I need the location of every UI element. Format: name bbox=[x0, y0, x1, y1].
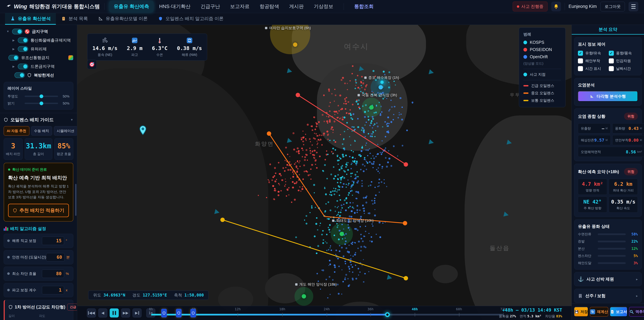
nav-reports[interactable]: 보고자료 bbox=[226, 1, 254, 12]
tab-spread-analysis[interactable]: 유출유 확산분석 bbox=[5, 13, 56, 25]
checkbox-datetime[interactable]: 날짜시간 bbox=[609, 66, 638, 71]
site-marker[interactable] bbox=[369, 105, 374, 110]
layer-toggle[interactable] bbox=[8, 55, 19, 61]
stat-avg-eff: 85%평균 효율 bbox=[54, 138, 73, 160]
nav-oil-spread[interactable]: 유출유 확산예측 bbox=[109, 1, 154, 12]
city-label: 여수시 bbox=[344, 42, 369, 52]
layer-item-drone-ban[interactable]: ▶ 드론금지구역 bbox=[4, 62, 73, 71]
mode-ai-recommend[interactable]: AI 자동 추천 bbox=[4, 126, 29, 136]
layer-toggle[interactable] bbox=[18, 46, 28, 52]
layer-group-restricted[interactable]: ▼ 금지구역 bbox=[4, 27, 73, 36]
timeline-tick-label: 60h bbox=[456, 307, 462, 311]
sidebar-scrollbar[interactable] bbox=[75, 184, 76, 216]
layer-toggle[interactable] bbox=[18, 38, 28, 43]
layer-toggle[interactable] bbox=[12, 29, 22, 34]
map-canvas[interactable]: 여수시화양면돌산읍우두리 여자만 습지보호구역 (6h)종포 해수욕장 (1h)… bbox=[77, 25, 572, 320]
site-marker[interactable] bbox=[340, 232, 344, 236]
caret-right-icon[interactable]: ▶ bbox=[12, 39, 16, 42]
checkbox-sensitive[interactable]: 민감자원 bbox=[609, 58, 638, 64]
owner-insurance-section[interactable]: 선주 / 보험▸ bbox=[574, 289, 642, 303]
layer-item-sox[interactable]: ▶ 황산화물배출규제지역 bbox=[4, 36, 73, 45]
nav-aerial[interactable]: 항공탐색 bbox=[255, 1, 284, 12]
setting-value-input[interactable]: 80 bbox=[42, 269, 64, 278]
opacity-slider[interactable] bbox=[25, 96, 58, 97]
setting-value-input[interactable]: 60 bbox=[46, 253, 64, 261]
save-button[interactable]: 저장 bbox=[574, 307, 588, 317]
setting-value-input[interactable]: 1 bbox=[42, 286, 64, 294]
fence-mode-buttons: AI 자동 추천 수동 배치 시뮬레이션 초기화 bbox=[4, 126, 73, 136]
layer-item-dispersant[interactable]: ▶ 유처리제 bbox=[4, 45, 73, 53]
nav-board[interactable]: 게시판 bbox=[285, 1, 308, 12]
flask-icon bbox=[10, 16, 16, 21]
skip-start-button[interactable]: ◀◀ bbox=[87, 308, 96, 317]
nav-hns[interactable]: HNS·대기확산 bbox=[155, 1, 195, 12]
wave-icon bbox=[127, 37, 142, 44]
layer-toggle[interactable] bbox=[14, 72, 25, 78]
site-marker[interactable] bbox=[378, 85, 383, 89]
ship-spec-section[interactable]: ⚓ 사고 선박 제원▸ bbox=[574, 272, 642, 286]
timeline-marker[interactable] bbox=[385, 312, 390, 317]
caret-right-icon[interactable]: ▶ bbox=[12, 47, 16, 51]
layer-label: 황산화물배출규제지역 bbox=[30, 38, 71, 43]
layer-toggle[interactable] bbox=[18, 64, 28, 69]
map-legend: 범례 KOSPS POSEIDON OpenDrift (앙상블 모드) 사고 … bbox=[519, 28, 566, 107]
nav-rescue[interactable]: 긴급구난 bbox=[196, 1, 224, 12]
incident-point-marker[interactable] bbox=[380, 80, 384, 85]
target-tool-button[interactable] bbox=[87, 60, 96, 69]
report-button[interactable]: 보고서 bbox=[610, 307, 628, 317]
menu-button[interactable] bbox=[628, 2, 638, 12]
nav-integrated-search[interactable]: 통합조회 bbox=[350, 1, 378, 12]
nav-weather[interactable]: 기상정보 bbox=[310, 1, 338, 12]
checkbox-time[interactable]: 시간 표시 bbox=[578, 66, 607, 71]
backtrack-button[interactable]: 역추적 bbox=[629, 307, 644, 317]
checkbox-coastal[interactable]: 해안부착 bbox=[578, 58, 607, 64]
setting-value-input[interactable]: 15 bbox=[42, 237, 64, 245]
fence-deploy-marker[interactable] bbox=[190, 309, 196, 317]
fence-deploy-marker[interactable] bbox=[176, 309, 182, 317]
fence-deploy-marker[interactable] bbox=[161, 309, 167, 317]
recalculate-button[interactable]: ↻ 재계산 bbox=[590, 307, 608, 317]
header-right: 사고 진행중 Eunjeong Kim 로그아웃 bbox=[513, 2, 638, 12]
weather-wind: 14.6 m/s풍속 (NE) bbox=[92, 37, 118, 57]
pause-button[interactable] bbox=[110, 308, 119, 317]
site-marker[interactable] bbox=[293, 43, 297, 47]
forecast-summary-card: 확산 예측 요약 (+18h)위험 4.7 km²영향 면적 6.2 km최대 … bbox=[574, 164, 642, 217]
layer-item-tanker-ban[interactable]: 유조선통행금지 bbox=[4, 53, 73, 62]
checkbox-wind[interactable]: ✓풍향/풍속 bbox=[609, 51, 638, 56]
layer-style-chip[interactable] bbox=[68, 55, 73, 60]
notifications-button[interactable] bbox=[551, 2, 561, 12]
step-back-button[interactable]: ◀ bbox=[98, 308, 107, 317]
checkbox-current[interactable]: ✓유향/유속 bbox=[578, 51, 607, 56]
tab-fence-algorithm-theory[interactable]: 오일펜스 배치 알고리즘 이론 bbox=[153, 13, 229, 25]
skip-end-button[interactable]: ▶ bbox=[132, 308, 142, 317]
shield-outline-icon bbox=[27, 73, 32, 77]
timeline-track[interactable]: 0h6h12h18h24h36h48h60h72h bbox=[151, 306, 503, 320]
oil-fence-lines bbox=[77, 25, 572, 320]
brightness-slider[interactable] bbox=[25, 103, 58, 104]
clipboard-icon bbox=[61, 16, 66, 21]
caret-down-icon[interactable]: ▼ bbox=[6, 30, 10, 33]
caret-right-icon[interactable]: ▶ bbox=[12, 65, 16, 68]
fast-forward-button[interactable]: ▶▶ bbox=[121, 308, 130, 317]
tab-model-theory[interactable]: 유출유확산모델 이론 bbox=[93, 13, 153, 25]
forecast-direction: NE 42°주 확산 방향 bbox=[578, 196, 607, 213]
layer-label: 드론금지구역 bbox=[30, 64, 55, 69]
apply-plan-button[interactable]: 추천 배치안 적용하기 bbox=[8, 204, 69, 217]
logout-button[interactable]: 로그아웃 bbox=[600, 2, 625, 12]
location-pin-icon[interactable] bbox=[139, 126, 146, 135]
collapse-icon[interactable]: ▼ bbox=[70, 118, 73, 122]
chevron-right-icon: ▸ bbox=[636, 277, 638, 281]
defense-line-card-1[interactable]: 1차 방어선 (고강도 차단형) 긴급 길이8043m 각도303° 차단 효율… bbox=[4, 300, 73, 320]
opacity-label: 투명도 bbox=[8, 94, 22, 99]
site-marker[interactable] bbox=[302, 294, 306, 298]
tab-analysis-list[interactable]: 분석 목록 bbox=[56, 13, 93, 25]
tab-analysis-summary[interactable]: 분석 요약 bbox=[572, 25, 644, 35]
layer-item-nll[interactable]: 북방한계선 bbox=[4, 71, 73, 80]
fence-guide-header[interactable]: 오일펜스 배치 가이드 ▼ bbox=[4, 117, 73, 123]
polygon-analysis-button[interactable]: 다각형 분석수행 bbox=[578, 91, 638, 102]
mode-simulation[interactable]: 시뮬레이션 bbox=[54, 126, 77, 136]
mode-manual[interactable]: 수동 배치 bbox=[31, 126, 52, 136]
site-label: 개도 해안 양식장 (18h) bbox=[295, 282, 337, 287]
pollution-status-card: 오염 종합 상황위험 유출량—kl 풍화량0.43kl 해상잔존9.57kl 연… bbox=[574, 108, 642, 161]
incident-status-badge[interactable]: 사고 진행중 bbox=[513, 2, 548, 12]
